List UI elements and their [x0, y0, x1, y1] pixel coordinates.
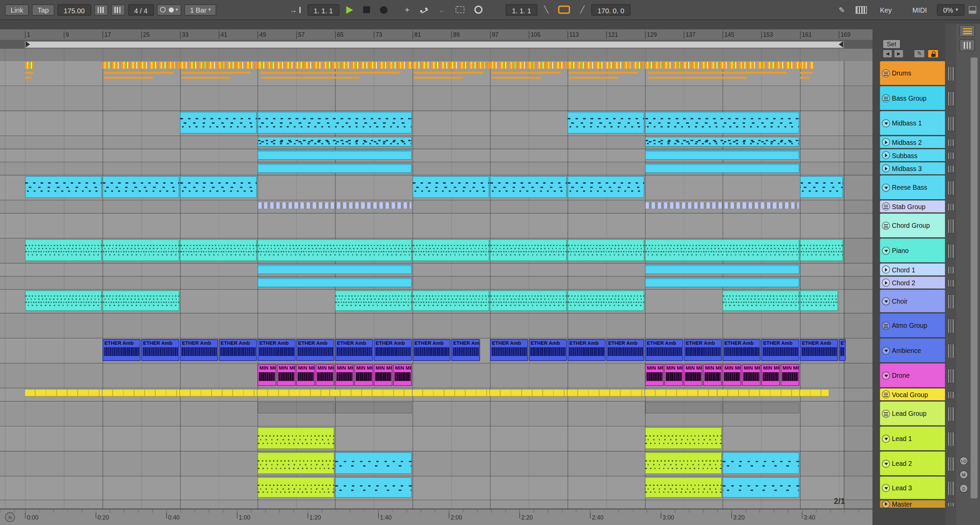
arranger-view-toggle-button[interactable]	[959, 25, 975, 37]
track-lane[interactable]	[0, 427, 872, 451]
loop-start-field[interactable]: 1. 1. 1	[506, 4, 537, 15]
clip-amb[interactable]: ETHER Amb	[102, 339, 140, 361]
clip-drums[interactable]	[645, 62, 800, 84]
clip-dense[interactable]	[412, 290, 489, 311]
track-fold-icon[interactable]	[882, 434, 890, 443]
cpu-meter[interactable]: 0% ▾	[937, 4, 964, 15]
track-header[interactable]: Midbass 1	[880, 111, 945, 136]
clip-lcyan[interactable]	[722, 477, 799, 498]
clip-amb[interactable]: ETHER Amb	[296, 339, 334, 361]
clip-vocal[interactable]	[258, 390, 330, 397]
clip-lime[interactable]	[258, 427, 334, 449]
clip-midi[interactable]	[258, 112, 412, 134]
group-unfold-icon[interactable]	[882, 94, 890, 102]
quantization-menu[interactable]: 1 Bar ▾	[185, 4, 216, 15]
clip-drums[interactable]	[412, 62, 489, 84]
track-header[interactable]: Midbass 3	[880, 163, 945, 175]
track-fold-icon[interactable]	[882, 279, 890, 287]
time-ruler[interactable]: 0:000:200:401:001:201:402:002:202:403:00…	[0, 509, 872, 525]
clip-dense[interactable]	[568, 239, 644, 261]
track-fold-icon[interactable]	[882, 266, 890, 274]
clip-vocal[interactable]	[800, 390, 829, 397]
clip-midi[interactable]	[412, 176, 489, 198]
prev-locator-button[interactable]: ◀	[882, 49, 892, 58]
clip-dense[interactable]	[335, 290, 412, 311]
clip-drone[interactable]: MIN MHA	[761, 364, 780, 386]
clip-lcyan[interactable]	[335, 477, 412, 498]
clip-dense[interactable]	[490, 239, 567, 261]
mixer-section-toggle[interactable]: I-O	[959, 457, 968, 465]
clip-dense[interactable]	[412, 239, 489, 261]
next-locator-button[interactable]: ▶	[894, 49, 904, 58]
clip-drone[interactable]: MIN MHA	[645, 364, 664, 386]
track-header[interactable]: Chord 2	[880, 277, 945, 289]
clip-amb[interactable]: ETHER Amb	[606, 339, 644, 361]
track-header[interactable]: Drums	[880, 61, 945, 86]
clip-drums[interactable]	[180, 62, 257, 84]
loop-length-field[interactable]: 170. 0. 0	[592, 4, 630, 15]
loop-end-marker-icon[interactable]	[838, 41, 843, 47]
track-header[interactable]: Reese Bass	[880, 176, 945, 200]
clip-midi[interactable]	[645, 112, 800, 134]
track-fold-icon[interactable]	[882, 297, 890, 305]
clip-lime[interactable]	[645, 452, 722, 474]
clip-amb[interactable]: ETHER Amb	[684, 339, 722, 361]
clip-amb[interactable]: ETHER Amb	[451, 339, 480, 361]
clip-amb[interactable]: ETHER Amb	[412, 339, 450, 361]
track-header[interactable]: Bass Group	[880, 86, 945, 111]
group-unfold-icon[interactable]	[882, 321, 890, 330]
track-header[interactable]: Ambience	[880, 339, 945, 363]
zoom-hotspot-icon[interactable]: ≈	[5, 512, 15, 522]
clip-plain[interactable]	[258, 150, 412, 160]
clip-dense[interactable]	[102, 239, 179, 261]
clip-midi[interactable]	[25, 176, 102, 198]
tempo-field[interactable]: 175.00	[57, 4, 91, 15]
clip-midi[interactable]	[180, 112, 257, 134]
set-locator-button[interactable]: Set	[882, 40, 900, 49]
clip-drums[interactable]	[490, 62, 567, 84]
track-fold-icon[interactable]	[882, 459, 890, 468]
clip-plain[interactable]	[645, 163, 800, 173]
clip-drone[interactable]: MIN MHA	[354, 364, 373, 386]
clip-vocal[interactable]	[330, 390, 412, 397]
clip-drone[interactable]: MIN MHA	[296, 364, 315, 386]
clip-dense[interactable]	[800, 239, 843, 261]
clip-drone[interactable]: MIN MHA	[664, 364, 683, 386]
tap-tempo-button[interactable]: Tap	[32, 4, 54, 15]
automation-arm-button[interactable]	[417, 4, 431, 15]
clip-amb[interactable]: ETHER Amb	[722, 339, 760, 361]
clip-dense[interactable]	[102, 290, 179, 311]
clip-amb[interactable]: ETHER Amb	[335, 339, 373, 361]
clip-midi[interactable]	[180, 176, 257, 198]
track-header[interactable]: Lead 1	[880, 427, 945, 451]
clip-drone[interactable]: MIN MHA	[258, 364, 276, 386]
clip-midi[interactable]	[568, 112, 644, 134]
clip-amb[interactable]: ETHER Amb	[800, 339, 838, 361]
clip-plain[interactable]	[258, 163, 412, 173]
clip-midi[interactable]	[800, 176, 843, 198]
clip-lcyan[interactable]	[722, 452, 799, 474]
track-fold-icon[interactable]	[882, 138, 890, 146]
overdub-button[interactable]: +	[401, 4, 412, 15]
clip-plain[interactable]	[645, 264, 800, 274]
draw-mode-button[interactable]: ✎	[835, 4, 848, 15]
clip-vocal[interactable]	[102, 390, 179, 397]
clip-plain[interactable]	[645, 278, 800, 287]
clip-ghost[interactable]	[335, 402, 412, 414]
mixer-section-toggle[interactable]: D	[959, 484, 968, 493]
track-fold-icon[interactable]	[882, 119, 890, 127]
record-button[interactable]	[377, 4, 390, 15]
clip-vocal[interactable]	[718, 390, 799, 397]
track-fold-icon[interactable]	[882, 346, 890, 354]
clip-drums[interactable]	[102, 62, 179, 84]
time-signature-field[interactable]: 4 / 4	[128, 4, 154, 15]
track-header[interactable]: Stab Group	[880, 201, 945, 213]
link-button[interactable]: Link	[5, 4, 29, 15]
clip-vocal[interactable]	[180, 390, 257, 397]
track-header[interactable]: Lead 3	[880, 476, 945, 500]
clip-dense[interactable]	[800, 290, 838, 311]
bar-ruler[interactable]: 1917253341495765738189971051131211291371…	[0, 29, 872, 40]
clip-amb[interactable]: ETHER Amb	[374, 339, 412, 361]
track-header[interactable]: Chord Group	[880, 214, 945, 238]
clip-dense[interactable]	[568, 290, 644, 311]
